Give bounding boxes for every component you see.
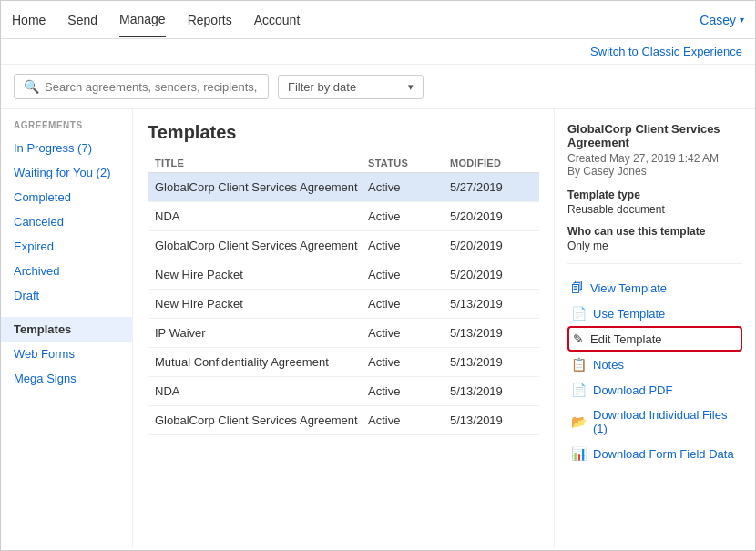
table-row[interactable]: NDA Active 5/13/2019 (148, 377, 539, 406)
panel-action-download-form[interactable]: 📊 Download Form Field Data (567, 441, 742, 466)
action-label: Download Form Field Data (593, 447, 734, 461)
sidebar-item-completed[interactable]: Completed (1, 185, 132, 209)
table-row[interactable]: GlobalCorp Client Services Agreement Act… (148, 231, 539, 260)
row-date: 5/20/2019 (450, 209, 532, 223)
row-status: Active (368, 180, 450, 194)
panel-action-download-individual[interactable]: 📂 Download Individual Files (1) (567, 403, 742, 441)
search-wrap: 🔍 (14, 74, 269, 99)
row-status: Active (368, 413, 450, 427)
panel-template-type-label: Template type (567, 189, 742, 201)
panel-action-notes[interactable]: 📋 Notes (567, 352, 742, 377)
sidebar-section-label: AGREEMENTS (1, 120, 132, 136)
row-title: GlobalCorp Client Services Agreement (155, 180, 368, 194)
right-panel: GlobalCorp Client Services Agreement Cre… (555, 109, 755, 547)
nav-account[interactable]: Account (254, 4, 301, 36)
top-nav: Home Send Manage Reports Account Casey ▾ (1, 1, 755, 39)
panel-template-type-value: Reusable document (567, 203, 742, 216)
row-status: Active (368, 297, 450, 311)
sidebar: AGREEMENTS In Progress (7) Waiting for Y… (1, 109, 133, 547)
panel-action-edit-template[interactable]: ✎ Edit Template (567, 326, 742, 352)
panel-who-value: Only me (567, 240, 742, 252)
action-label: Use Template (593, 307, 665, 321)
sidebar-divider (1, 308, 132, 317)
col-status: STATUS (368, 158, 450, 168)
panel-who-label: Who can use this template (567, 225, 742, 238)
sidebar-item-draft[interactable]: Draft (1, 283, 132, 308)
table-row[interactable]: IP Waiver Active 5/13/2019 (148, 319, 539, 348)
row-date: 5/13/2019 (450, 326, 532, 340)
sidebar-item-web-forms[interactable]: Web Forms (1, 342, 132, 366)
switch-experience-bar: Switch to Classic Experience (1, 39, 755, 65)
row-date: 5/20/2019 (450, 268, 532, 281)
filter-date-chevron-icon: ▾ (408, 81, 414, 93)
action-label: Download Individual Files (1) (593, 408, 739, 435)
row-title: IP Waiver (155, 326, 368, 340)
page-title: Templates (148, 122, 539, 143)
table-row[interactable]: GlobalCorp Client Services Agreement Act… (148, 406, 539, 435)
action-label: Edit Template (590, 332, 662, 346)
panel-divider (567, 263, 742, 264)
nav-send[interactable]: Send (67, 4, 97, 36)
notes-icon: 📋 (571, 357, 587, 372)
use-icon: 📄 (571, 306, 587, 321)
table-row[interactable]: Mutual Confidentiality Agreement Active … (148, 348, 539, 377)
sidebar-item-canceled[interactable]: Canceled (1, 209, 132, 234)
row-title: New Hire Packet (155, 297, 368, 311)
row-date: 5/13/2019 (450, 413, 532, 427)
form-icon: 📊 (571, 446, 587, 461)
nav-manage[interactable]: Manage (119, 3, 166, 37)
row-status: Active (368, 268, 450, 281)
panel-actions: 🗐 View Template 📄 Use Template ✎ Edit Te… (567, 275, 742, 466)
nav-items: Home Send Manage Reports Account (12, 3, 700, 37)
sidebar-item-in-progress[interactable]: In Progress (7) (1, 136, 132, 160)
row-date: 5/20/2019 (450, 239, 532, 252)
sidebar-item-mega-signs[interactable]: Mega Signs (1, 366, 132, 391)
panel-title: GlobalCorp Client Services Agreement (567, 122, 742, 149)
panel-action-view-template[interactable]: 🗐 View Template (567, 275, 742, 301)
sidebar-item-templates[interactable]: Templates (1, 317, 132, 342)
action-label: View Template (590, 281, 667, 295)
edit-icon: ✎ (573, 332, 584, 346)
view-icon: 🗐 (571, 281, 584, 295)
main-layout: AGREEMENTS In Progress (7) Waiting for Y… (1, 109, 755, 547)
user-chevron-icon: ▾ (740, 15, 744, 25)
table-header: TITLE STATUS MODIFIED (148, 154, 539, 173)
sidebar-item-expired[interactable]: Expired (1, 234, 132, 259)
row-title: GlobalCorp Client Services Agreement (155, 413, 368, 427)
row-date: 5/13/2019 (450, 355, 532, 369)
panel-action-use-template[interactable]: 📄 Use Template (567, 301, 742, 326)
row-status: Active (368, 239, 450, 252)
filter-date-label: Filter by date (288, 80, 356, 94)
pdf-icon: 📄 (571, 383, 587, 397)
files-icon: 📂 (571, 414, 587, 429)
row-status: Active (368, 209, 450, 223)
table-body: GlobalCorp Client Services Agreement Act… (148, 173, 539, 435)
search-input[interactable] (45, 80, 259, 94)
table-row[interactable]: NDA Active 5/20/2019 (148, 202, 539, 231)
row-title: GlobalCorp Client Services Agreement (155, 239, 368, 252)
switch-experience-link[interactable]: Switch to Classic Experience (590, 45, 742, 58)
row-status: Active (368, 326, 450, 340)
sidebar-item-archived[interactable]: Archived (1, 259, 132, 283)
panel-created: Created May 27, 2019 1:42 AM By Casey Jo… (567, 152, 742, 178)
col-title: TITLE (155, 158, 368, 168)
row-date: 5/13/2019 (450, 384, 532, 398)
filter-date-button[interactable]: Filter by date ▾ (278, 75, 424, 99)
panel-action-download-pdf[interactable]: 📄 Download PDF (567, 377, 742, 403)
row-status: Active (368, 384, 450, 398)
nav-user[interactable]: Casey ▾ (700, 13, 744, 27)
table-row[interactable]: New Hire Packet Active 5/13/2019 (148, 290, 539, 319)
row-title: NDA (155, 384, 368, 398)
row-title: Mutual Confidentiality Agreement (155, 355, 368, 369)
nav-reports[interactable]: Reports (188, 4, 232, 36)
action-label: Download PDF (593, 383, 672, 397)
nav-home[interactable]: Home (12, 4, 46, 36)
user-name: Casey (700, 13, 736, 27)
table-row[interactable]: New Hire Packet Active 5/20/2019 (148, 260, 539, 290)
content-area: Templates TITLE STATUS MODIFIED GlobalCo… (133, 109, 555, 547)
table-row[interactable]: GlobalCorp Client Services Agreement Act… (148, 173, 539, 202)
col-modified: MODIFIED (450, 158, 532, 168)
row-title: NDA (155, 209, 368, 223)
sidebar-item-waiting-for-you[interactable]: Waiting for You (2) (1, 160, 132, 185)
action-label: Notes (593, 358, 624, 372)
